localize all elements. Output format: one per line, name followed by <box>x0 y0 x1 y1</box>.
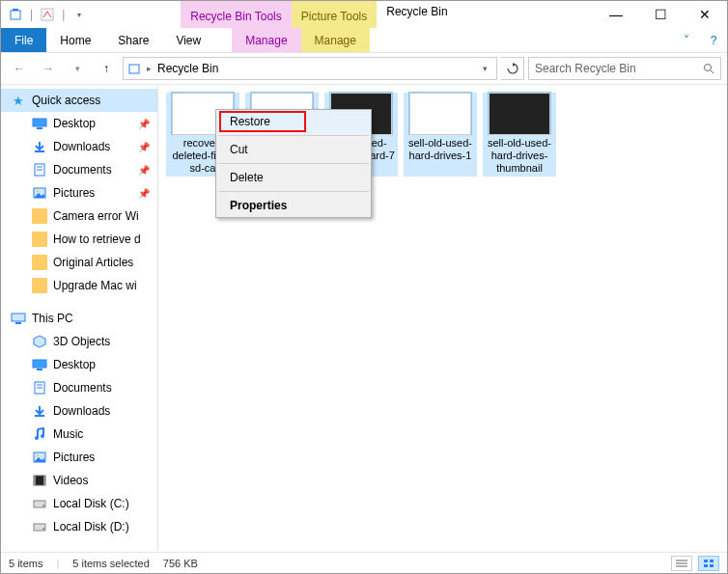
nav-bar: ▾ ↑ ▸ Recycle Bin ▾ Search Recycle Bin <box>1 53 727 84</box>
sidebar-item[interactable]: Camera error Wi <box>1 205 157 228</box>
sidebar-item[interactable]: Desktop📌 <box>1 112 157 135</box>
doc-icon <box>32 162 47 178</box>
details-view-button[interactable] <box>671 556 692 571</box>
svg-rect-27 <box>34 476 36 485</box>
quick-access[interactable]: ★ Quick access <box>1 89 157 112</box>
this-pc-label: This PC <box>32 312 73 325</box>
ctx-separator <box>218 135 369 136</box>
svg-rect-14 <box>12 314 25 321</box>
pin-icon: 📌 <box>138 165 150 176</box>
forward-button[interactable] <box>36 56 61 81</box>
status-bar: 5 items | 5 items selected 756 KB <box>1 552 727 573</box>
obj-icon <box>32 334 47 349</box>
sidebar-item[interactable]: Videos <box>1 469 157 492</box>
thumbnail-item[interactable]: sell-old-used-hard-drives-thumbnail <box>483 93 556 177</box>
sidebar-item-label: Documents <box>53 381 112 395</box>
address-dropdown-icon[interactable]: ▾ <box>477 64 492 73</box>
this-pc[interactable]: This PC <box>1 307 157 330</box>
sidebar-item[interactable]: Documents <box>1 376 157 399</box>
file-tab[interactable]: File <box>1 28 46 52</box>
thumbnail-label: sell-old-used-hard-drives-thumbnail <box>483 135 556 177</box>
folder-icon <box>32 278 47 293</box>
sidebar-item-label: Downloads <box>53 140 110 153</box>
sidebar-item[interactable]: Pictures📌 <box>1 181 157 205</box>
ctx-separator <box>218 163 369 164</box>
search-placeholder: Search Recycle Bin <box>535 62 636 75</box>
refresh-button[interactable] <box>501 57 524 80</box>
svg-point-4 <box>705 65 712 71</box>
help-icon[interactable]: ? <box>700 28 727 52</box>
search-input[interactable]: Search Recycle Bin <box>528 57 721 80</box>
sidebar-item[interactable]: Local Disk (C:) <box>1 492 157 515</box>
ctx-delete[interactable]: Delete <box>216 166 371 189</box>
sidebar-item-label: Local Disk (C:) <box>53 497 129 510</box>
sidebar-item-label: 3D Objects <box>53 335 110 348</box>
quick-access-label: Quick access <box>32 94 100 107</box>
sidebar-item-label: Desktop <box>53 117 96 130</box>
sidebar-item[interactable]: Music <box>1 423 157 446</box>
recycle-bin-tools-tab[interactable]: Recycle Bin Tools <box>181 1 292 28</box>
picture-tools-tab[interactable]: Picture Tools <box>292 1 377 28</box>
sidebar-item-label: Music <box>53 427 83 441</box>
recent-locations-button[interactable]: ▾ <box>65 56 90 81</box>
maximize-button[interactable]: ☐ <box>638 1 683 28</box>
close-button[interactable]: ✕ <box>683 1 727 28</box>
ctx-separator <box>218 191 369 192</box>
sidebar-item-label: Camera error Wi <box>53 209 139 223</box>
pic-icon <box>32 450 47 465</box>
recycle-bin-path-icon <box>127 62 141 75</box>
minimize-button[interactable]: — <box>594 1 638 28</box>
ctx-restore[interactable]: Restore <box>216 110 371 133</box>
sidebar-item[interactable]: How to retrieve d <box>1 228 157 251</box>
status-size: 756 KB <box>163 558 198 569</box>
thumbnail-item[interactable]: sell-old-used-hard-drives-1 <box>404 93 477 177</box>
sidebar-item-label: Local Disk (D:) <box>53 520 129 533</box>
recycle-bin-icon <box>5 4 26 25</box>
sidebar-item[interactable]: Desktop <box>1 353 157 376</box>
qat-dropdown-icon[interactable]: ▾ <box>69 4 90 25</box>
sidebar-item-label: Videos <box>53 474 88 487</box>
address-bar[interactable]: ▸ Recycle Bin ▾ <box>123 57 497 80</box>
folder-icon <box>32 255 47 270</box>
pc-icon <box>11 311 26 326</box>
thumbnail-preview <box>489 93 550 135</box>
sidebar-item-label: Pictures <box>53 451 95 464</box>
sidebar-item[interactable]: 3D Objects <box>1 330 157 353</box>
ctx-properties[interactable]: Properties <box>216 194 371 217</box>
sidebar-item-label: Pictures <box>53 186 95 200</box>
sidebar-item[interactable]: Downloads📌 <box>1 135 157 158</box>
sidebar-item-label: Upgrade Mac wi <box>53 279 137 292</box>
share-tab[interactable]: Share <box>104 28 162 52</box>
svg-point-25 <box>37 454 40 457</box>
desktop-icon <box>32 116 47 131</box>
sidebar-item[interactable]: Original Articles <box>1 251 157 274</box>
context-menu: Restore Cut Delete Properties <box>215 109 372 218</box>
svg-point-30 <box>42 505 44 506</box>
ctx-cut[interactable]: Cut <box>216 138 371 161</box>
qat-properties-icon[interactable] <box>37 4 58 25</box>
sidebar-item[interactable]: Local Disk (D:) <box>1 515 157 538</box>
pin-icon: 📌 <box>138 119 150 129</box>
search-icon <box>703 63 714 74</box>
view-tab[interactable]: View <box>162 28 214 52</box>
ribbon-expand-icon[interactable]: ˅ <box>673 28 700 52</box>
sidebar-item[interactable]: Upgrade Mac wi <box>1 274 157 297</box>
svg-rect-3 <box>129 65 139 73</box>
sidebar-item[interactable]: Downloads <box>1 399 157 423</box>
sidebar: ★ Quick access Desktop📌Downloads📌Documen… <box>1 85 158 551</box>
folder-icon <box>32 232 47 247</box>
breadcrumb-chevron-icon[interactable]: ▸ <box>147 64 152 73</box>
up-button[interactable]: ↑ <box>94 56 119 81</box>
manage-picture-tab[interactable]: Manage <box>301 28 370 52</box>
sidebar-item[interactable]: Pictures <box>1 446 157 469</box>
svg-rect-17 <box>37 369 42 370</box>
sidebar-item[interactable]: Documents📌 <box>1 158 157 181</box>
manage-recycle-tab[interactable]: Manage <box>232 28 300 52</box>
breadcrumb-location[interactable]: Recycle Bin <box>157 62 218 75</box>
sidebar-item-label: Original Articles <box>53 256 133 269</box>
window-title: Recycle Bin <box>377 1 457 28</box>
title-bar: | | ▾ Recycle Bin Tools Picture Tools Re… <box>1 1 727 28</box>
back-button[interactable] <box>7 56 32 81</box>
home-tab[interactable]: Home <box>46 28 104 52</box>
thumbnails-view-button[interactable] <box>698 556 719 571</box>
